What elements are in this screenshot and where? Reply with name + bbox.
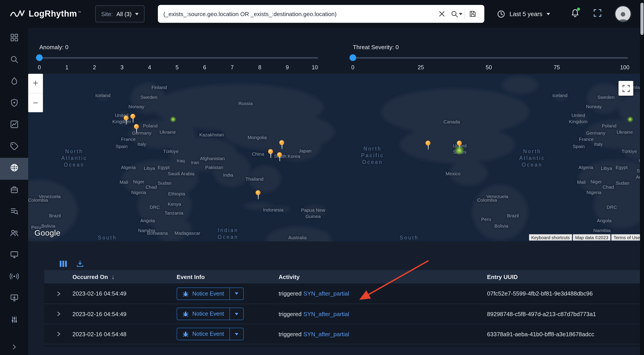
notice-event-dropdown[interactable] bbox=[230, 328, 243, 340]
trademark: ™ bbox=[78, 11, 81, 14]
row-expand-button[interactable] bbox=[56, 331, 61, 337]
slider-tick: 0 bbox=[38, 64, 41, 71]
row-expand-button[interactable] bbox=[56, 291, 61, 296]
occurred-on-value: 2023-02-16 04:54:48 bbox=[72, 331, 177, 337]
column-header-entry-uuid[interactable]: Entry UUID bbox=[487, 274, 644, 280]
country-label: Kazakhstan bbox=[199, 132, 224, 138]
site-selector[interactable]: Site: All (3) bbox=[96, 5, 145, 22]
search-list-icon bbox=[10, 207, 18, 218]
notice-event-button[interactable]: Notice Event bbox=[177, 288, 230, 299]
map-attribution-item[interactable]: Terms of Use bbox=[611, 234, 642, 240]
time-range-selector[interactable]: Last 5 years bbox=[497, 10, 550, 18]
settings-icon bbox=[10, 315, 18, 326]
tags-icon bbox=[10, 142, 18, 152]
sidebar-item-threats[interactable] bbox=[0, 71, 28, 93]
country-label: Sudan bbox=[616, 180, 630, 186]
map-pin[interactable] bbox=[124, 116, 128, 120]
save-search-icon[interactable] bbox=[466, 8, 479, 20]
activity-text: triggered bbox=[278, 331, 302, 337]
map-pin[interactable] bbox=[130, 114, 135, 119]
sort-descending-icon[interactable]: ↓ bbox=[112, 274, 114, 280]
main-content: Anomaly: 0 012345678910 Threat Severity:… bbox=[28, 28, 644, 355]
sidebar-item-reports[interactable] bbox=[0, 114, 28, 136]
country-label: Japan bbox=[298, 148, 311, 154]
entry-uuid-value: 07fc52e7-5599-4fb2-bf81-9e3d488dbc96 bbox=[487, 290, 644, 297]
map-pin[interactable] bbox=[268, 149, 273, 154]
notification-badge bbox=[577, 8, 580, 11]
activity-link[interactable]: SYN_after_partial bbox=[304, 310, 349, 317]
country-label: Chad bbox=[603, 184, 614, 190]
activity-link[interactable]: SYN_after_partial bbox=[304, 290, 349, 297]
country-label: Italy bbox=[138, 141, 146, 147]
page-scrollbar[interactable] bbox=[640, 0, 644, 355]
expand-corners-icon bbox=[622, 85, 630, 92]
scrollbar-thumb[interactable] bbox=[640, 3, 644, 35]
map-fullscreen-button[interactable] bbox=[618, 81, 633, 96]
notice-event-dropdown[interactable] bbox=[230, 288, 243, 299]
clear-search-icon[interactable] bbox=[436, 8, 448, 20]
map-pin[interactable] bbox=[277, 152, 282, 157]
sidebar-item-analyze[interactable] bbox=[0, 50, 28, 71]
sidebar-item-search-list[interactable] bbox=[0, 201, 28, 223]
map-pin[interactable] bbox=[279, 140, 284, 145]
sidebar-item-broadcast[interactable] bbox=[0, 266, 28, 288]
threat-slider-ticks: 0255075100 bbox=[353, 64, 625, 72]
anomaly-slider-track[interactable] bbox=[36, 57, 318, 58]
logrhythm-logo[interactable]: LogRhythm™ bbox=[10, 9, 81, 19]
top-header: LogRhythm™ Site: All (3) Last 5 years bbox=[0, 0, 644, 28]
column-header-activity[interactable]: Activity bbox=[278, 274, 487, 280]
partial-next-row bbox=[44, 344, 644, 346]
sidebar-item-monitor[interactable] bbox=[0, 244, 28, 266]
threat-slider-track[interactable] bbox=[350, 57, 628, 58]
threat-slider-handle[interactable] bbox=[350, 54, 356, 61]
geo-map[interactable]: FinlandIcelandSwedenNorwayUnited Kingdom… bbox=[28, 74, 644, 242]
fullscreen-icon bbox=[593, 8, 602, 18]
country-label: Poland bbox=[143, 123, 158, 129]
country-label: France bbox=[121, 136, 136, 142]
fullscreen-button[interactable] bbox=[593, 8, 602, 19]
notifications-button[interactable] bbox=[571, 8, 580, 19]
notice-event-label: Notice Event bbox=[192, 290, 224, 297]
caret-down-icon bbox=[235, 333, 238, 335]
notice-event-button[interactable]: Notice Event bbox=[177, 328, 230, 340]
sidebar-item-dashboard[interactable] bbox=[0, 28, 28, 50]
country-label: Brazil bbox=[507, 213, 519, 219]
search-input[interactable] bbox=[163, 10, 436, 17]
sidebar-item-deployment[interactable] bbox=[0, 288, 28, 310]
map-pin[interactable] bbox=[457, 140, 462, 146]
event-glow-marker bbox=[627, 116, 633, 122]
slider-tick: 50 bbox=[486, 64, 492, 71]
map-attribution-item[interactable]: Keyboard shortcuts bbox=[529, 234, 572, 240]
chevron-down-icon bbox=[546, 13, 550, 15]
sidebar-item-tags[interactable] bbox=[0, 136, 28, 158]
grid-toolbar bbox=[28, 242, 644, 269]
logrhythm-mark-icon bbox=[10, 9, 25, 19]
row-expand-button[interactable] bbox=[56, 311, 61, 316]
column-header-occurred-on[interactable]: Occurred On bbox=[72, 274, 108, 280]
sidebar-item-settings[interactable] bbox=[0, 310, 28, 331]
map-attribution-item[interactable]: Map data ©2023 bbox=[573, 234, 610, 240]
country-label: Germany bbox=[586, 130, 605, 136]
sidebar-item-shield[interactable] bbox=[0, 93, 28, 114]
chevron-right-icon bbox=[10, 344, 18, 350]
map-pin[interactable] bbox=[256, 190, 260, 195]
columns-button[interactable] bbox=[60, 260, 67, 267]
country-label: Türkiye bbox=[163, 148, 179, 154]
slider-tick: 6 bbox=[203, 64, 206, 71]
sidebar-item-cases[interactable] bbox=[0, 180, 28, 201]
sidebar-item-users[interactable] bbox=[0, 223, 28, 244]
column-header-event-info[interactable]: Event Info bbox=[177, 274, 278, 280]
user-avatar[interactable] bbox=[616, 6, 630, 22]
anomaly-slider-handle[interactable] bbox=[36, 54, 43, 61]
country-label: Spain bbox=[573, 144, 585, 150]
search-options-caret-icon[interactable] bbox=[459, 13, 462, 15]
sidebar-collapse-button[interactable] bbox=[0, 344, 28, 355]
notice-event-dropdown[interactable] bbox=[230, 308, 243, 320]
monitor-icon bbox=[10, 250, 18, 261]
sidebar-item-globe[interactable] bbox=[0, 158, 28, 180]
download-button[interactable] bbox=[76, 260, 84, 268]
notice-event-button[interactable]: Notice Event bbox=[177, 308, 230, 320]
map-pin[interactable] bbox=[134, 124, 139, 129]
map-pin[interactable] bbox=[426, 140, 430, 146]
activity-link[interactable]: SYN_after_partial bbox=[304, 331, 349, 337]
